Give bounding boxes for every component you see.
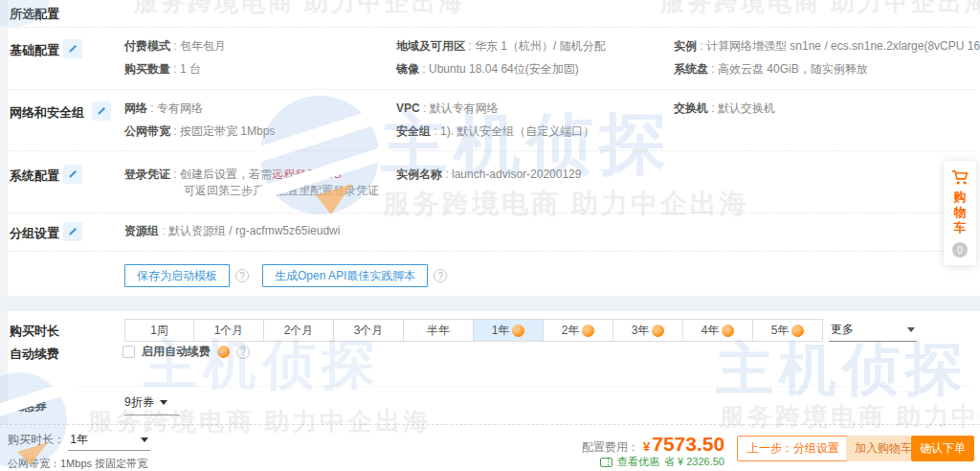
fee-summary: 配置费用： ¥ 7573.50: [582, 433, 724, 456]
duration-option[interactable]: 4年: [683, 319, 753, 342]
divider: [8, 89, 974, 90]
edit-system-button[interactable]: [63, 165, 82, 184]
duration-option[interactable]: 1年: [474, 319, 544, 342]
duration-option-label: 5年: [771, 323, 790, 339]
field-key: 实例名称: [396, 168, 452, 181]
section-group-label: 分组设置: [10, 225, 59, 242]
duration-option[interactable]: 1个月: [194, 319, 264, 342]
fee-currency: ¥: [643, 439, 650, 454]
divider: [8, 251, 974, 252]
cart-label: 购物车: [953, 190, 967, 236]
field-key: 购买数量: [124, 62, 180, 76]
field-key: 付费模式: [124, 39, 180, 53]
field-key: 安全组: [396, 124, 440, 138]
prev-step-button[interactable]: 上一步：分组设置: [737, 436, 850, 461]
discount-badge-icon: [791, 325, 804, 337]
chevron-down-icon: [907, 327, 915, 336]
field-key: 资源组: [124, 224, 168, 237]
edit-basic-config-button[interactable]: [63, 39, 82, 58]
discount-badge-icon: [582, 325, 594, 337]
remote-login-ecs-link[interactable]: 远程登录ECS: [272, 168, 342, 181]
field-value: Ubuntu 18.04 64位(安全加固): [429, 62, 579, 76]
field-value: 1 台: [180, 62, 201, 76]
autorenew-label: 自动续费: [10, 346, 59, 363]
field-key: 实例: [674, 39, 706, 53]
config-field: 公网带宽按固定带宽 1Mbps: [124, 120, 275, 143]
network-col3: 交换机默认交换机: [674, 97, 775, 120]
footer-bandwidth-text: 公网带宽：1Mbps 按固定带宽: [8, 457, 147, 471]
duration-option-label: 半年: [427, 323, 450, 339]
field-value: launch-advisor-20200129: [452, 168, 581, 181]
coupon-dropdown[interactable]: 9折券: [124, 394, 180, 415]
config-field: 系统盘高效云盘 40GiB，随实例释放: [674, 57, 980, 80]
watermark-logo-bottom-right: 主机侦探: [716, 331, 969, 409]
field-key: 网络: [124, 101, 157, 115]
duration-more-dropdown[interactable]: 更多: [829, 319, 917, 342]
duration-option[interactable]: 1周: [124, 319, 194, 342]
section-basic-label: 基础配置: [10, 42, 59, 59]
duration-option[interactable]: 5年: [753, 319, 823, 342]
divider: [8, 150, 974, 151]
save-launch-template-button[interactable]: 保存为启动模板: [124, 264, 230, 287]
coupon-ticket-icon: [600, 458, 612, 467]
duration-option[interactable]: 半年: [404, 319, 474, 342]
system-col2: 实例名称launch-advisor-20200129: [396, 167, 581, 183]
basic-col3: 实例计算网络增强型 sn1ne / ecs.sn1ne.2xlarge(8vCP…: [674, 34, 980, 80]
purchase-duration-label: 购买时长: [10, 323, 59, 340]
autorenew-checkbox-label: 启用自动续费: [142, 344, 211, 360]
discount-badge-icon: [652, 325, 664, 337]
footer-duration-label: 购买时长：: [8, 433, 65, 446]
edit-group-button[interactable]: [63, 222, 82, 241]
watermark-slogan-center: 服务跨境电商 助力中企出海: [383, 186, 749, 222]
basic-col1: 付费模式包年包月购买数量1 台: [124, 34, 226, 80]
footer-duration-value: 1年: [70, 432, 88, 448]
config-field: 网络专有网络: [124, 97, 275, 120]
login-credential-key: 登录凭证: [124, 168, 180, 181]
view-discount-link[interactable]: 查看优惠: [617, 455, 659, 469]
duration-option[interactable]: 2个月: [264, 319, 334, 342]
group-col1: 资源组默认资源组 / rg-acfmw5z65ieudwi: [124, 219, 340, 242]
field-value: 1). 默认安全组（自定义端口）: [440, 124, 594, 138]
pencil-icon: [67, 226, 78, 237]
duration-option[interactable]: 2年: [544, 319, 613, 342]
field-key: 公网带宽: [124, 124, 180, 138]
page-left-gutter: [0, 0, 8, 424]
discount-summary: 查看优惠 省 ¥ 2326.50: [600, 455, 724, 469]
help-icon[interactable]: ?: [434, 269, 447, 282]
login-credential-line2: 可返回第三步系统配置里配置登录凭证: [124, 183, 379, 199]
fee-amount: 7573.50: [652, 433, 724, 456]
config-field: 安全组1). 默认安全组（自定义端口）: [396, 120, 594, 143]
promo-badge-icon: [217, 346, 230, 358]
config-field: 地域及可用区华东 1（杭州）/ 随机分配: [396, 34, 606, 57]
coupon-value: 9折券: [124, 394, 154, 411]
field-value: 默认交换机: [718, 101, 775, 115]
help-icon[interactable]: ?: [236, 346, 250, 359]
field-key: 系统盘: [674, 62, 718, 76]
confirm-order-button[interactable]: 确认下单: [911, 436, 974, 461]
discount-badge-icon: [512, 325, 524, 337]
autorenew-checkbox[interactable]: [122, 346, 135, 358]
edit-network-button[interactable]: [92, 101, 111, 121]
duration-option[interactable]: 3个月: [334, 319, 404, 342]
pencil-icon: [67, 43, 78, 55]
divider: [8, 27, 974, 28]
chevron-down-icon: [160, 400, 167, 409]
login-credential-field: 登录凭证创建后设置，若需远程登录ECS 可返回第三步系统配置里配置登录凭证: [124, 167, 379, 199]
add-to-cart-button[interactable]: 加入购物车: [846, 436, 921, 461]
generate-openapi-script-button[interactable]: 生成Open API最佳实践脚本: [262, 264, 428, 287]
config-field: 付费模式包年包月: [124, 34, 226, 57]
field-key: VPC: [396, 101, 430, 115]
field-value: 华东 1（杭州）/ 随机分配: [475, 39, 606, 53]
section-separator-band: [0, 296, 980, 311]
field-key: 地域及可用区: [396, 39, 475, 53]
field-value: 高效云盘 40GiB，随实例释放: [718, 62, 868, 76]
duration-option[interactable]: 3年: [613, 319, 683, 342]
cart-float-panel[interactable]: 购物车 0: [944, 161, 976, 265]
footer-duration-select[interactable]: 1年: [68, 432, 150, 451]
watermark-slogan-top-left: 服务跨境电商 助力中企出海: [134, 0, 465, 18]
help-icon[interactable]: ?: [235, 269, 249, 282]
watermark-slogan-top-right: 服务跨境电商 助力中企出海: [660, 0, 980, 18]
section-system-label: 系统配置: [10, 168, 59, 185]
savings-text: 省 ¥ 2326.50: [664, 455, 724, 469]
cart-count-badge: 0: [952, 242, 968, 258]
